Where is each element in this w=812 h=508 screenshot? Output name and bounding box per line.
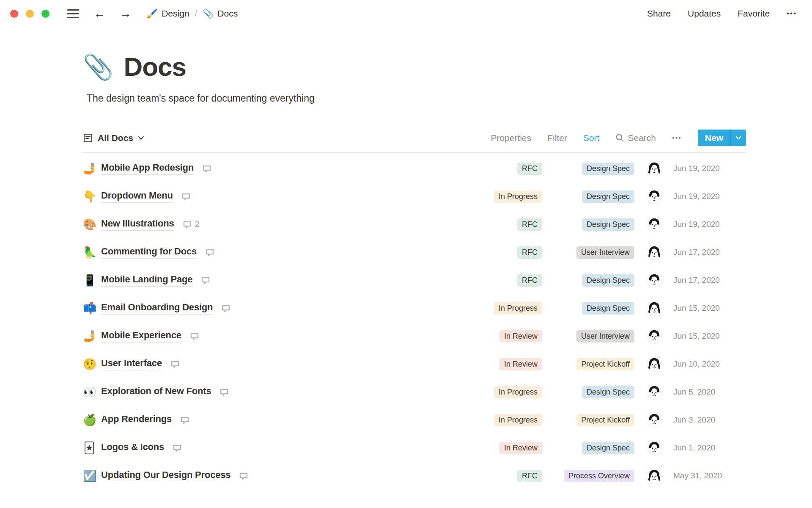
category-tag[interactable]: Design Spec (582, 302, 634, 315)
database-toolbar: All Docs Properties Filter Sort Search •… (83, 130, 746, 146)
comment-count[interactable] (180, 416, 192, 425)
row-emoji-icon: 🤳 (83, 162, 96, 175)
doc-title-link[interactable]: Mobile App Redesign (101, 162, 194, 175)
comment-bubble-icon (190, 332, 199, 341)
breadcrumb-item-docs[interactable]: 📎 Docs (203, 8, 238, 19)
doc-title-link[interactable]: User Interface (101, 358, 162, 370)
status-tag[interactable]: In Review (499, 330, 542, 342)
forward-arrow-icon[interactable]: → (120, 8, 132, 19)
category-tag[interactable]: Process Overview (564, 470, 634, 482)
comment-count[interactable] (205, 248, 217, 257)
paperclip-icon: 📎 (203, 8, 214, 19)
category-tag[interactable]: User Interview (576, 330, 634, 342)
table-row: 🤳 Mobile App Redesign RFC Design Spec Ju… (83, 155, 746, 182)
comment-count[interactable] (221, 304, 233, 313)
status-tag[interactable]: In Progress (494, 414, 542, 426)
avatar[interactable] (647, 385, 661, 399)
avatar[interactable] (647, 217, 661, 232)
comment-count[interactable] (219, 388, 232, 397)
sort-button[interactable]: Sort (583, 133, 600, 143)
avatar[interactable] (647, 273, 661, 287)
row-emoji-icon: 🍏 (83, 414, 96, 427)
toolbar-more-icon[interactable]: ••• (672, 134, 682, 142)
filter-button[interactable]: Filter (547, 133, 567, 143)
chevron-down-icon (735, 136, 741, 140)
row-emoji-icon: 🤨 (83, 358, 96, 371)
doc-title-link[interactable]: Updating Our Design Process (101, 469, 230, 482)
row-emoji-icon: 🃏 (83, 442, 96, 455)
avatar[interactable] (647, 329, 661, 343)
comment-bubble-icon (173, 444, 182, 453)
avatar[interactable] (647, 441, 661, 455)
back-arrow-icon[interactable]: ← (93, 8, 105, 19)
favorite-button[interactable]: Favorite (738, 8, 770, 19)
zoom-window-button[interactable] (41, 10, 49, 18)
avatar[interactable] (647, 245, 661, 260)
row-emoji-icon: 👀 (83, 386, 96, 399)
view-switcher[interactable]: All Docs (83, 133, 144, 143)
breadcrumb-label: Design (162, 8, 189, 19)
table-row: ☑️ Updating Our Design Process RFC Proce… (83, 462, 746, 490)
share-button[interactable]: Share (647, 8, 671, 19)
comment-count[interactable]: 2 (183, 220, 200, 229)
comment-count[interactable] (173, 444, 185, 453)
avatar[interactable] (647, 469, 661, 483)
status-tag[interactable]: In Progress (494, 302, 542, 315)
comment-count[interactable] (201, 276, 213, 285)
doc-title-link[interactable]: Logos & Icons (101, 442, 164, 454)
comment-count[interactable] (190, 332, 202, 341)
avatar[interactable] (647, 189, 661, 204)
new-button-group: New (698, 130, 746, 146)
doc-title-link[interactable]: Commenting for Docs (101, 246, 197, 259)
table-row: 🤨 User Interface In Review Project Kicko… (83, 350, 746, 378)
search-button[interactable]: Search (615, 133, 656, 143)
page-icon-paperclip[interactable]: 📎 (83, 55, 113, 79)
status-tag[interactable]: RFC (517, 218, 542, 231)
category-tag[interactable]: Project Kickoff (576, 414, 634, 426)
comment-count[interactable] (202, 164, 214, 173)
more-options-icon[interactable]: ••• (787, 9, 797, 18)
category-tag[interactable]: Design Spec (582, 386, 634, 398)
doc-title-link[interactable]: Exploration of New Fonts (101, 386, 211, 398)
category-tag[interactable]: Design Spec (582, 274, 634, 287)
edited-date: Jun 19, 2020 (673, 220, 746, 229)
status-tag[interactable]: In Review (499, 442, 542, 454)
search-icon (615, 133, 624, 142)
new-button-dropdown[interactable] (730, 130, 746, 146)
category-tag[interactable]: Design Spec (582, 190, 634, 203)
status-tag[interactable]: In Review (499, 358, 542, 370)
avatar[interactable] (647, 413, 661, 427)
doc-title-link[interactable]: Email Onboarding Design (101, 302, 213, 315)
comment-count[interactable] (239, 472, 251, 480)
doc-title-link[interactable]: Mobile Experience (101, 330, 181, 342)
doc-title-link[interactable]: New Illustrations (101, 218, 174, 231)
comment-count[interactable] (181, 192, 194, 201)
sidebar-menu-icon[interactable] (67, 9, 79, 18)
avatar[interactable] (647, 161, 661, 176)
doc-title-link[interactable]: App Renderings (101, 414, 172, 426)
doc-title-link[interactable]: Mobile Landing Page (101, 274, 192, 287)
status-tag[interactable]: RFC (517, 163, 542, 175)
close-window-button[interactable] (10, 10, 18, 18)
status-tag[interactable]: RFC (517, 274, 542, 287)
status-tag[interactable]: In Progress (494, 190, 542, 203)
status-tag[interactable]: RFC (517, 470, 542, 482)
avatar[interactable] (647, 357, 661, 371)
category-tag[interactable]: Design Spec (582, 163, 634, 175)
status-tag[interactable]: In Progress (494, 386, 542, 398)
category-tag[interactable]: Design Spec (582, 442, 634, 454)
properties-button[interactable]: Properties (491, 133, 532, 143)
avatar[interactable] (647, 301, 661, 315)
status-tag[interactable]: RFC (517, 246, 542, 259)
comment-bubble-icon (181, 192, 191, 201)
updates-button[interactable]: Updates (688, 8, 721, 19)
category-tag[interactable]: Design Spec (582, 218, 634, 231)
new-button[interactable]: New (698, 130, 730, 146)
category-tag[interactable]: User Interview (576, 246, 634, 259)
breadcrumb-item-design[interactable]: 🖌️ Design (147, 8, 189, 19)
doc-title-link[interactable]: Dropdown Menu (101, 190, 173, 203)
comment-count[interactable] (170, 360, 183, 369)
category-tag[interactable]: Project Kickoff (576, 358, 634, 370)
minimize-window-button[interactable] (26, 10, 34, 18)
row-emoji-icon: 🤳 (83, 330, 96, 343)
